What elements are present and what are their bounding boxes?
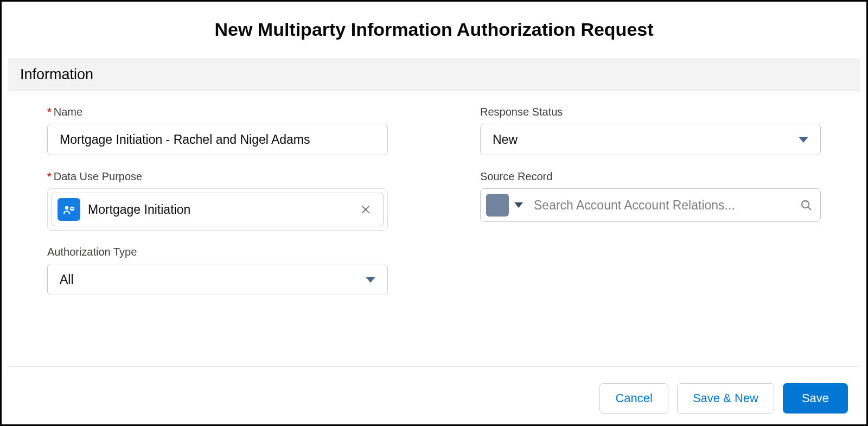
field-name: *Name	[47, 106, 388, 155]
response-status-select[interactable]: New	[480, 124, 821, 155]
response-status-label: Response Status	[480, 106, 821, 118]
remove-pill-button[interactable]	[357, 201, 374, 218]
field-source-record: Source Record	[480, 170, 821, 222]
name-label: *Name	[47, 106, 388, 118]
left-column: *Name *Data Use Purpose	[20, 106, 415, 366]
object-icon	[486, 194, 509, 217]
data-use-purpose-icon	[58, 198, 80, 221]
authorization-type-label: Authorization Type	[47, 246, 388, 258]
chevron-down-icon	[514, 202, 523, 208]
cancel-button[interactable]: Cancel	[599, 383, 668, 414]
data-use-purpose-pill: Mortgage Initiation	[52, 193, 384, 226]
field-data-use-purpose: *Data Use Purpose	[47, 170, 388, 231]
dialog-footer: Cancel Save & New Save	[8, 366, 860, 418]
right-column: Response Status New Source Record	[453, 106, 848, 366]
save-button[interactable]: Save	[783, 383, 848, 414]
field-authorization-type: Authorization Type All	[47, 246, 388, 295]
close-icon	[360, 204, 371, 215]
data-use-purpose-label-text: Data Use Purpose	[54, 170, 142, 182]
authorization-type-select[interactable]: All	[47, 264, 388, 295]
svg-point-2	[71, 209, 74, 210]
form-body: *Name *Data Use Purpose	[8, 91, 860, 366]
field-response-status: Response Status New	[480, 106, 821, 155]
dialog-title: New Multiparty Information Authorization…	[8, 7, 860, 59]
required-marker: *	[47, 170, 52, 182]
chevron-down-icon	[366, 277, 375, 283]
required-marker: *	[47, 106, 52, 118]
source-record-input[interactable]	[528, 189, 792, 221]
authorization-type-value: All	[60, 272, 74, 287]
object-type-selector[interactable]	[481, 189, 528, 221]
source-record-lookup	[480, 188, 821, 222]
name-input[interactable]	[47, 124, 388, 155]
save-and-new-button[interactable]: Save & New	[677, 383, 774, 414]
response-status-value: New	[493, 132, 518, 147]
data-use-purpose-lookup[interactable]: Mortgage Initiation	[47, 188, 388, 231]
data-use-purpose-selected: Mortgage Initiation	[88, 202, 349, 217]
search-icon	[792, 189, 820, 221]
chevron-down-icon	[799, 137, 808, 143]
svg-point-1	[71, 207, 74, 208]
svg-point-0	[65, 206, 68, 209]
dialog-frame: New Multiparty Information Authorization…	[0, 0, 868, 426]
data-use-purpose-label: *Data Use Purpose	[47, 170, 388, 183]
section-header-information: Information	[8, 59, 860, 91]
source-record-label: Source Record	[480, 170, 821, 183]
name-label-text: Name	[54, 106, 82, 118]
